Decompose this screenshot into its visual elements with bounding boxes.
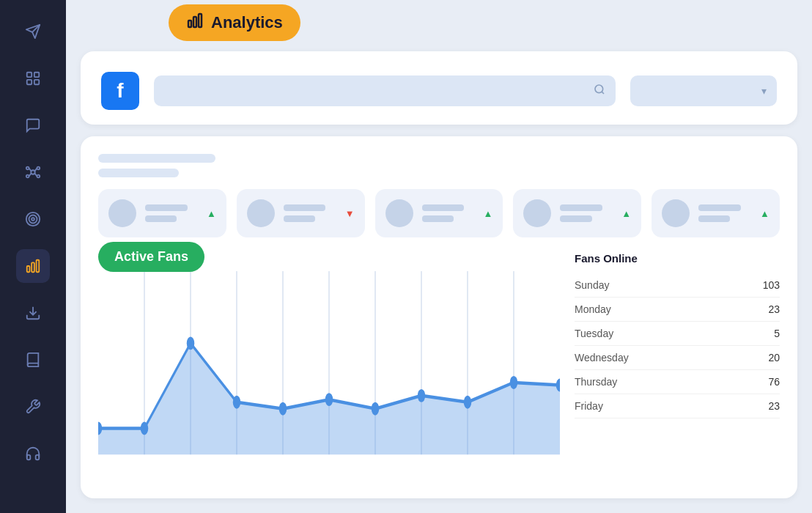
- metric-arrow-2: ▼: [345, 208, 355, 219]
- svg-rect-4: [27, 80, 32, 84]
- sidebar-item-library[interactable]: [16, 343, 50, 377]
- metric-arrow-4: ▲: [621, 208, 631, 219]
- fans-online-title: Fans Online: [575, 252, 780, 265]
- svg-rect-19: [32, 262, 34, 272]
- chart-dot-1: [141, 422, 149, 435]
- svg-line-12: [34, 169, 37, 172]
- fans-row-day: Wednesday: [575, 352, 629, 363]
- svg-point-10: [37, 175, 40, 178]
- svg-point-16: [29, 215, 37, 224]
- fans-row: Sunday103: [575, 273, 780, 298]
- sidebar-item-network[interactable]: [16, 155, 50, 189]
- svg-point-9: [26, 175, 29, 178]
- metric-lines-3: [422, 204, 475, 222]
- bottom-card: ▲ ▼ ▲: [81, 136, 797, 498]
- search-wrapper: [154, 75, 616, 106]
- chart-dot-7: [418, 389, 426, 402]
- fans-row: Tuesday5: [575, 322, 780, 346]
- fans-rows-container: Sunday103Monday23Tuesday5Wednesday20Thur…: [575, 273, 780, 418]
- svg-rect-5: [34, 80, 39, 84]
- facebook-icon: f: [101, 72, 139, 110]
- metric-card-1: ▲: [98, 189, 226, 237]
- fans-row-day: Sunday: [575, 279, 609, 291]
- skeleton-header: [98, 154, 780, 177]
- fans-online-panel: Fans Online Sunday103Monday23Tuesday5Wed…: [575, 249, 780, 481]
- sidebar-item-tools[interactable]: [16, 390, 50, 424]
- svg-rect-24: [199, 14, 202, 27]
- sidebar-item-chat[interactable]: [16, 108, 50, 142]
- sidebar-item-download[interactable]: [16, 296, 50, 330]
- svg-rect-22: [188, 21, 191, 27]
- metric-lines-2: [284, 204, 336, 222]
- fans-row: Monday23: [575, 298, 780, 322]
- main-content: f ▾: [66, 0, 812, 513]
- svg-point-8: [37, 167, 40, 170]
- dropdown-wrapper: ▾: [630, 75, 777, 106]
- metric-arrow-5: ▲: [760, 208, 769, 219]
- fans-row-count: 20: [768, 352, 780, 363]
- active-fans-label: Active Fans: [114, 249, 188, 264]
- metric-lines-5: [698, 204, 751, 222]
- chart-svg-wrapper: [98, 271, 560, 481]
- fans-row: Friday23: [575, 394, 780, 418]
- metric-avatar-2: [247, 199, 275, 227]
- chart-dot-9: [510, 376, 518, 389]
- svg-point-25: [595, 85, 603, 93]
- sidebar-item-support[interactable]: [16, 437, 50, 470]
- sidebar-item-send[interactable]: [16, 15, 50, 48]
- active-fans-badge: Active Fans: [98, 242, 204, 272]
- line-chart: [98, 271, 560, 481]
- svg-rect-2: [27, 73, 32, 77]
- fans-row-day: Friday: [575, 400, 603, 412]
- fb-letter: f: [117, 79, 123, 103]
- page-wrapper: Analytics f ▾: [66, 0, 812, 513]
- svg-rect-23: [193, 17, 196, 27]
- metric-arrow-3: ▲: [484, 208, 493, 219]
- sidebar: [0, 0, 66, 513]
- chart-dot-4: [279, 402, 287, 416]
- fans-row-day: Monday: [575, 303, 611, 315]
- fans-row-count: 23: [768, 400, 780, 412]
- analytics-title-badge: Analytics: [169, 4, 300, 41]
- svg-rect-3: [34, 73, 39, 77]
- fans-row-count: 5: [774, 328, 780, 339]
- metric-avatar-4: [523, 199, 551, 227]
- metric-avatar-1: [108, 199, 136, 227]
- fans-row-count: 103: [763, 279, 780, 291]
- svg-line-14: [34, 173, 37, 177]
- chart-dot-3: [233, 396, 241, 409]
- metric-arrow-1: ▲: [207, 208, 216, 219]
- period-dropdown[interactable]: [630, 75, 777, 106]
- chart-area: Active Fans: [98, 249, 560, 481]
- fans-row-day: Thursday: [575, 376, 617, 388]
- chart-dot-5: [325, 393, 333, 406]
- fans-row: Wednesday20: [575, 346, 780, 370]
- skeleton-line-1: [98, 154, 215, 163]
- metric-avatar-3: [385, 199, 413, 227]
- top-card: f ▾: [81, 51, 797, 125]
- svg-point-7: [26, 167, 29, 170]
- fans-row-count: 76: [768, 376, 780, 388]
- metric-lines-1: [145, 204, 198, 222]
- analytics-title: Analytics: [211, 13, 283, 32]
- fans-row-day: Tuesday: [575, 328, 613, 339]
- svg-line-13: [29, 173, 32, 177]
- svg-line-11: [29, 169, 32, 172]
- metric-avatar-5: [662, 199, 690, 227]
- chart-dot-6: [372, 402, 380, 416]
- search-input[interactable]: [154, 75, 616, 106]
- svg-rect-20: [37, 260, 40, 273]
- metric-card-4: ▲: [513, 189, 641, 237]
- metric-lines-4: [560, 204, 613, 222]
- chart-dot-2: [187, 336, 195, 350]
- search-icon: [594, 84, 605, 98]
- svg-point-17: [32, 218, 34, 221]
- sidebar-item-analytics[interactable]: [16, 249, 50, 283]
- active-fans-section: Active Fans: [98, 249, 780, 481]
- svg-rect-18: [27, 266, 30, 272]
- metric-card-2: ▼: [237, 189, 365, 237]
- sidebar-item-dashboard[interactable]: [16, 62, 50, 95]
- fans-row: Thursday76: [575, 370, 780, 394]
- chart-dot-8: [464, 396, 472, 409]
- sidebar-item-target[interactable]: [16, 202, 50, 236]
